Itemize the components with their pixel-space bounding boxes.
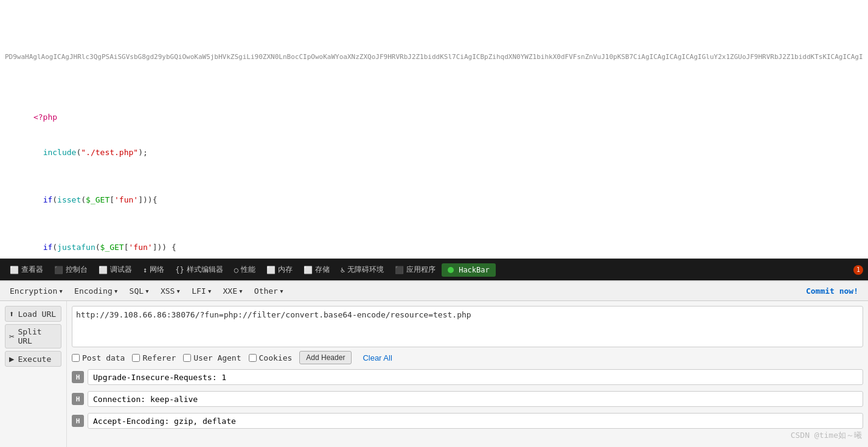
header-input-2[interactable] — [88, 391, 863, 407]
sql-chevron: ▾ — [145, 286, 150, 296]
notification-badge: 1 — [853, 265, 863, 275]
tab-debugger[interactable]: ⬜ 调试器 — [94, 262, 137, 277]
hackbar-panel: Encryption ▾ Encoding ▾ SQL ▾ XSS ▾ LFI … — [0, 280, 868, 447]
tab-network[interactable]: ↕ 网络 — [138, 262, 169, 277]
encoding-chevron: ▾ — [114, 286, 119, 296]
performance-icon: ○ — [234, 266, 238, 274]
code-display: <?php include("./test.php"); if(isset($_… — [5, 99, 863, 258]
header-input-1[interactable] — [88, 369, 863, 385]
cookies-checkbox[interactable] — [249, 354, 257, 362]
execute-icon: ▶ — [9, 354, 14, 364]
menu-sql[interactable]: SQL ▾ — [125, 284, 155, 298]
execute-button[interactable]: ▶ Execute — [5, 351, 61, 367]
post-data-checkbox-label[interactable]: Post data — [72, 353, 125, 362]
csdn-watermark: CSDN @time如～曦 — [791, 430, 862, 441]
tab-accessibility[interactable]: ♿ 无障碍环境 — [336, 262, 389, 277]
console-icon: ⬛ — [54, 266, 63, 274]
inspector-icon: ⬜ — [10, 266, 19, 274]
tab-style-editor[interactable]: {} 样式编辑器 — [170, 262, 227, 277]
menu-lfi[interactable]: LFI ▾ — [187, 284, 217, 298]
memory-icon: ⬜ — [266, 266, 276, 274]
post-data-checkbox[interactable] — [72, 354, 80, 362]
style-icon: {} — [175, 266, 184, 274]
header-badge-1: H — [72, 371, 84, 383]
devtools-bar: ⬜ 查看器 ⬛ 控制台 ⬜ 调试器 ↕ 网络 {} 样式编辑器 ○ 性能 ⬜ 内… — [0, 258, 868, 280]
referer-checkbox-label[interactable]: Referer — [132, 353, 176, 362]
header-badge-3: H — [72, 415, 84, 427]
referer-checkbox[interactable] — [132, 354, 140, 362]
code-area: PD9waHAglAogICAgJHRlc3QgPSAiSGVsbG8gd29y… — [0, 0, 868, 258]
split-url-button[interactable]: ✂ Split URL — [5, 324, 61, 348]
menu-encryption[interactable]: Encryption ▾ — [5, 284, 68, 298]
tab-console[interactable]: ⬛ 控制台 — [49, 262, 92, 277]
tab-inspector[interactable]: ⬜ 查看器 — [5, 262, 48, 277]
hackbar-dot — [448, 267, 454, 273]
load-url-icon: ⬆ — [9, 309, 14, 319]
storage-icon: ⬜ — [304, 266, 313, 274]
hackbar-menu: Encryption ▾ Encoding ▾ SQL ▾ XSS ▾ LFI … — [0, 282, 868, 301]
lfi-chevron: ▾ — [207, 286, 212, 296]
menu-other[interactable]: Other ▾ — [249, 284, 289, 298]
options-row: Post data Referer User Agent Cookies Add… — [72, 351, 863, 364]
hackbar-content: ⬆ Load URL ✂ Split URL ▶ Execute Post da… — [0, 301, 868, 447]
code-scroll[interactable]: PD9waHAglAogICAgJHRlc3QgPSAiSGVsbG8gd29y… — [0, 26, 868, 258]
other-chevron: ▾ — [279, 286, 284, 296]
load-url-button[interactable]: ⬆ Load URL — [5, 306, 61, 322]
network-icon: ↕ — [143, 266, 147, 274]
accessibility-icon: ♿ — [341, 266, 345, 274]
add-header-button[interactable]: Add Header — [299, 351, 352, 364]
debugger-icon: ⬜ — [99, 266, 108, 274]
header-row-2: H — [72, 390, 863, 408]
header-badge-2: H — [72, 393, 84, 405]
menu-encoding[interactable]: Encoding ▾ — [69, 284, 123, 298]
hackbar-right: Post data Referer User Agent Cookies Add… — [67, 301, 868, 447]
tab-performance[interactable]: ○ 性能 — [229, 262, 260, 277]
xxe-chevron: ▾ — [238, 286, 243, 296]
tab-hackbar[interactable]: HackBar — [442, 263, 496, 277]
user-agent-checkbox[interactable] — [183, 354, 191, 362]
tab-apps[interactable]: ⬛ 应用程序 — [390, 262, 440, 277]
user-agent-checkbox-label[interactable]: User Agent — [183, 353, 241, 362]
clear-all-button[interactable]: Clear All — [359, 352, 395, 364]
url-input[interactable] — [72, 306, 863, 347]
apps-icon: ⬛ — [395, 266, 404, 274]
header-row-3: H — [72, 412, 863, 430]
header-row-1: H — [72, 368, 863, 386]
encryption-chevron: ▾ — [58, 286, 63, 296]
tab-storage[interactable]: ⬜ 存储 — [299, 262, 335, 277]
xss-chevron: ▾ — [176, 286, 181, 296]
header-input-3[interactable] — [88, 413, 863, 429]
cookies-checkbox-label[interactable]: Cookies — [249, 353, 293, 362]
menu-xss[interactable]: XSS ▾ — [156, 284, 186, 298]
hackbar-left: ⬆ Load URL ✂ Split URL ▶ Execute — [0, 301, 67, 447]
menu-xxe[interactable]: XXE ▾ — [218, 284, 248, 298]
tab-memory[interactable]: ⬜ 内存 — [262, 262, 297, 277]
split-url-icon: ✂ — [9, 331, 14, 341]
commit-now-button[interactable]: Commit now! — [801, 284, 863, 298]
